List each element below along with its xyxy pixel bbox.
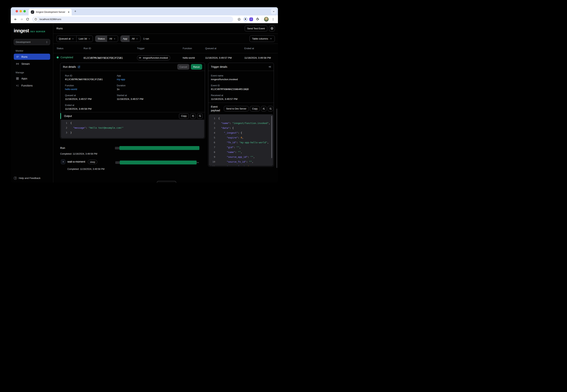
trigger-details-title: Trigger details — [211, 65, 227, 68]
step-progress-bar[interactable] — [120, 161, 197, 165]
run-status: Completed — [57, 56, 73, 59]
app-link[interactable]: my-app — [117, 78, 125, 81]
queued-at-value: 11/16/2024, 3:49:57 PM — [65, 98, 92, 100]
close-tab-icon[interactable]: × — [68, 11, 70, 14]
sidebar-item-label: Stream — [21, 62, 30, 65]
step-name[interactable]: wait-a-moment — [67, 160, 85, 163]
browser-tab[interactable]: Inngest Development Server × — [28, 9, 72, 15]
sidebar-item-runs[interactable]: Runs — [14, 54, 50, 60]
payload-divider — [208, 103, 274, 103]
page-title: Runs — [57, 27, 63, 30]
back-icon[interactable] — [13, 17, 18, 22]
function-link[interactable]: hello-world — [65, 88, 77, 91]
password-manager-extension-icon[interactable] — [244, 17, 247, 21]
reload-icon[interactable] — [25, 17, 30, 22]
send-test-event-button[interactable]: Send Test Event — [245, 26, 267, 31]
cancel-button[interactable]: Cancel — [177, 64, 189, 70]
duration-label: Duration — [117, 84, 126, 87]
time-field-value: Queued at — [59, 37, 71, 40]
status-filter-dropdown[interactable]: All — [107, 36, 118, 42]
sidebar-item-label: Runs — [21, 55, 28, 58]
expand-step-button[interactable] — [61, 159, 65, 164]
queued-at-cell: 11/16/2024, 3:49:57 PM — [205, 56, 232, 59]
output-section-header: Output Copy — [60, 112, 205, 120]
browser-toolbar: localhost:8288/runs — [11, 15, 278, 23]
step-bar-tail — [197, 162, 199, 163]
scroll-to-bottom-button[interactable] — [197, 113, 203, 119]
chevron-down-icon — [270, 38, 272, 40]
time-filter: Queued at Last 3d — [57, 35, 93, 42]
payload-scrollbar[interactable] — [271, 116, 272, 158]
forward-icon[interactable] — [19, 17, 24, 22]
tab-search-chevron-icon[interactable] — [271, 9, 276, 14]
rerun-button[interactable]: Rerun — [191, 64, 202, 70]
col-header-function: Function — [183, 47, 192, 50]
sidebar-item-label: Apps — [21, 77, 27, 80]
status-text: Completed — [60, 56, 73, 59]
minimize-window-button[interactable] — [19, 10, 22, 13]
run-id-label: Run ID — [65, 74, 103, 77]
maximize-window-button[interactable] — [23, 10, 26, 13]
scroll-to-bottom-icon — [269, 108, 272, 110]
inngest-logo: inngest — [14, 28, 29, 33]
main-scrollbar[interactable] — [276, 109, 277, 168]
app-filter-dropdown[interactable]: All — [129, 36, 140, 42]
monitor-section-label: Monitor — [15, 50, 50, 52]
purple-extension-icon[interactable] — [249, 17, 253, 21]
word-wrap-button[interactable] — [190, 113, 196, 119]
new-tab-button[interactable]: + — [74, 10, 76, 13]
profile-avatar[interactable] — [264, 17, 269, 22]
main-area: Runs Send Test Event Queued at L — [53, 23, 278, 183]
ended-at-cell: 11/16/2024, 3:49:58 PM — [244, 56, 271, 59]
time-field-dropdown[interactable]: Queued at — [57, 36, 76, 42]
url-text: localhost:8288/runs — [40, 18, 61, 21]
step-queued-segment — [115, 161, 120, 164]
url-bar[interactable]: localhost:8288/runs — [32, 16, 233, 22]
ended-at-value: 11/16/2024, 3:49:58 PM — [65, 108, 92, 110]
environment-select[interactable]: Development — [14, 39, 50, 45]
event-id-label: Event ID — [211, 84, 249, 87]
extensions-puzzle-icon[interactable] — [255, 17, 260, 22]
app-label: App — [117, 74, 125, 77]
table-row[interactable]: Completed 01JCVBTMV3WXY9D3CFDEJFZSB1 inn… — [53, 53, 278, 63]
open-in-new-icon[interactable] — [78, 66, 80, 68]
send-to-dev-server-button[interactable]: Send to Dev Server — [224, 106, 249, 111]
app-filter: App All — [120, 35, 141, 42]
window-controls — [15, 10, 26, 13]
step-completed-text: Completed: 11/16/2024, 3:49:58 PM — [67, 168, 104, 170]
bookmark-star-icon[interactable] — [237, 17, 242, 22]
copy-payload-button[interactable]: Copy — [250, 106, 260, 111]
event-name-label: Event name — [211, 74, 238, 77]
word-wrap-button[interactable] — [261, 106, 266, 111]
table-columns-dropdown[interactable]: Table columns — [250, 35, 275, 42]
tab-title: Inngest Development Server — [36, 11, 66, 13]
output-accent-bar — [60, 113, 61, 119]
site-info-icon[interactable] — [33, 17, 38, 22]
collapse-panel-icon[interactable] — [268, 65, 271, 68]
cut-off-button[interactable] — [157, 181, 176, 183]
trigger-details-panel: Trigger details Event name inngest/funct… — [208, 63, 274, 167]
copy-output-button[interactable]: Copy — [179, 113, 189, 119]
time-range-dropdown[interactable]: Last 3d — [76, 36, 93, 42]
run-id-value: 01JCVBTMV3WXY9D3CFDEJFZSB1 — [65, 78, 103, 81]
scroll-to-bottom-button[interactable] — [268, 106, 273, 111]
queued-at-label: Queued at — [65, 94, 92, 97]
dev-server-badge: DEV SERVER — [30, 30, 45, 33]
function-cell: hello-world — [183, 56, 195, 59]
trigger-event-pill[interactable]: inngest/function.invoked — [137, 55, 170, 60]
app-content: inngest DEV SERVER Development Monitor R… — [11, 23, 278, 183]
chevron-right-icon — [62, 161, 64, 163]
status-filter-value: All — [109, 37, 112, 40]
help-icon: ? — [14, 177, 17, 180]
browser-menu-icon[interactable] — [270, 17, 276, 22]
sidebar-item-apps[interactable]: Apps — [14, 75, 50, 82]
ended-at-label: Ended at — [65, 104, 92, 107]
sidebar-item-stream[interactable]: Stream — [14, 61, 50, 67]
run-progress-bar[interactable] — [119, 146, 199, 150]
close-window-button[interactable] — [15, 10, 18, 13]
event-payload-title: Event payload — [211, 105, 222, 112]
help-and-feedback[interactable]: ? Help and Feedback — [14, 177, 41, 180]
browser-window: Inngest Development Server × + localhost… — [11, 7, 278, 183]
settings-gear-button[interactable] — [269, 26, 275, 31]
sidebar-item-functions[interactable]: Functions — [14, 83, 50, 88]
